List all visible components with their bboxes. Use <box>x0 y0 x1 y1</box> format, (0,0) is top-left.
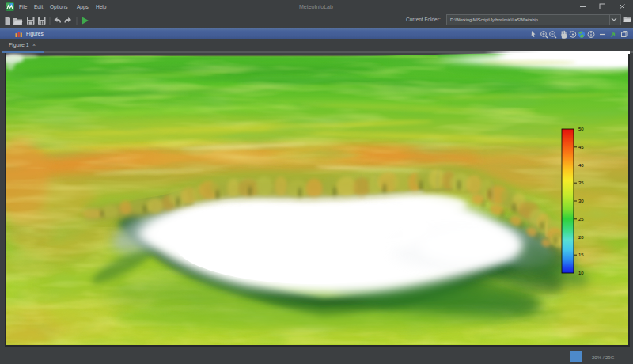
svg-text:30: 30 <box>578 199 584 203</box>
svg-text:15: 15 <box>578 252 584 257</box>
svg-text:45: 45 <box>578 145 584 150</box>
svg-text:35: 35 <box>578 180 584 185</box>
svg-text:10: 10 <box>578 271 584 275</box>
svg-text:25: 25 <box>578 217 584 222</box>
svg-text:20: 20 <box>578 235 584 240</box>
svg-text:50: 50 <box>578 127 584 131</box>
svg-text:40: 40 <box>578 163 584 168</box>
